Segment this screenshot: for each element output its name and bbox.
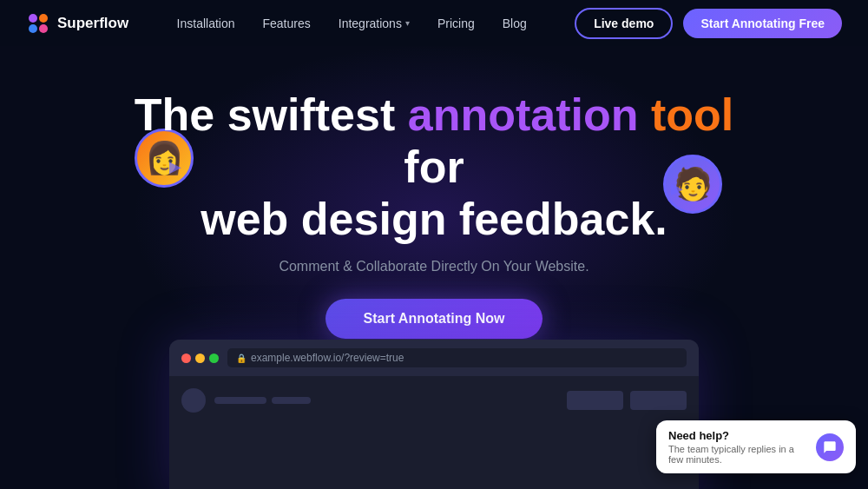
chat-bubble-icon xyxy=(823,440,837,454)
nav-installation[interactable]: Installation xyxy=(177,17,235,30)
maximize-window-dot[interactable] xyxy=(209,354,219,363)
nav-integrations[interactable]: Integrations ▾ xyxy=(339,17,410,30)
browser-bar: 🔒 example.webflow.io/?review=true xyxy=(169,340,699,376)
svg-point-0 xyxy=(29,14,37,23)
chat-widget[interactable]: Need help? The team typically replies in… xyxy=(656,420,856,473)
minimize-window-dot[interactable] xyxy=(195,354,205,363)
browser-content xyxy=(169,376,699,489)
svg-point-2 xyxy=(29,24,37,33)
url-text: example.webflow.io/?review=true xyxy=(251,352,404,364)
chat-title: Need help? xyxy=(668,429,807,442)
start-annotating-now-button[interactable]: Start Annotating Now xyxy=(326,299,543,339)
browser-nav-line-1 xyxy=(214,397,266,404)
logo-icon xyxy=(26,11,50,36)
browser-btn-2 xyxy=(630,391,687,410)
start-annotating-free-button[interactable]: Start Annotating Free xyxy=(683,9,842,38)
browser-nav-buttons xyxy=(567,391,687,410)
chat-open-button[interactable] xyxy=(816,433,844,461)
browser-window-controls xyxy=(181,354,219,363)
browser-inner-navbar xyxy=(181,388,687,413)
chat-subtitle: The team typically replies in a few minu… xyxy=(668,444,807,465)
nav-pricing[interactable]: Pricing xyxy=(437,17,475,30)
svg-point-1 xyxy=(39,14,48,23)
hero-title-suffix: forweb design feedback. xyxy=(201,142,667,244)
browser-nav-lines xyxy=(214,397,311,404)
nav-features[interactable]: Features xyxy=(263,17,311,30)
nav-actions: Live demo Start Annotating Free xyxy=(575,8,842,39)
browser-avatar-placeholder xyxy=(181,388,206,413)
browser-url-bar[interactable]: 🔒 example.webflow.io/?review=true xyxy=(227,348,687,367)
hero-annotation-word: annotation xyxy=(408,89,639,140)
chat-text-block: Need help? The team typically replies in… xyxy=(668,429,807,465)
logo[interactable]: Superflow xyxy=(26,11,128,36)
browser-btn-1 xyxy=(567,391,623,410)
logo-text: Superflow xyxy=(57,15,128,32)
close-window-dot[interactable] xyxy=(181,354,191,363)
svg-point-3 xyxy=(39,24,48,33)
browser-mockup: 🔒 example.webflow.io/?review=true xyxy=(169,340,699,489)
nav-blog[interactable]: Blog xyxy=(503,17,527,30)
hero-title-prefix: The swiftest xyxy=(135,89,408,140)
hero-title: The swiftest annotation tool forweb desi… xyxy=(130,89,738,245)
live-demo-button[interactable]: Live demo xyxy=(575,8,673,39)
hero-section: 👩 🧑 ▶ ▶ The swiftest annotation tool for… xyxy=(0,46,868,339)
hero-subtitle: Comment & Collaborate Directly On Your W… xyxy=(279,259,589,274)
lock-icon: 🔒 xyxy=(236,354,247,363)
hero-tool-word: tool xyxy=(651,89,733,140)
hero-space xyxy=(638,89,650,140)
browser-nav-line-2 xyxy=(272,397,311,404)
navbar: Superflow Installation Features Integrat… xyxy=(0,0,868,46)
integrations-chevron-icon: ▾ xyxy=(405,18,410,28)
nav-links: Installation Features Integrations ▾ Pri… xyxy=(177,17,527,30)
